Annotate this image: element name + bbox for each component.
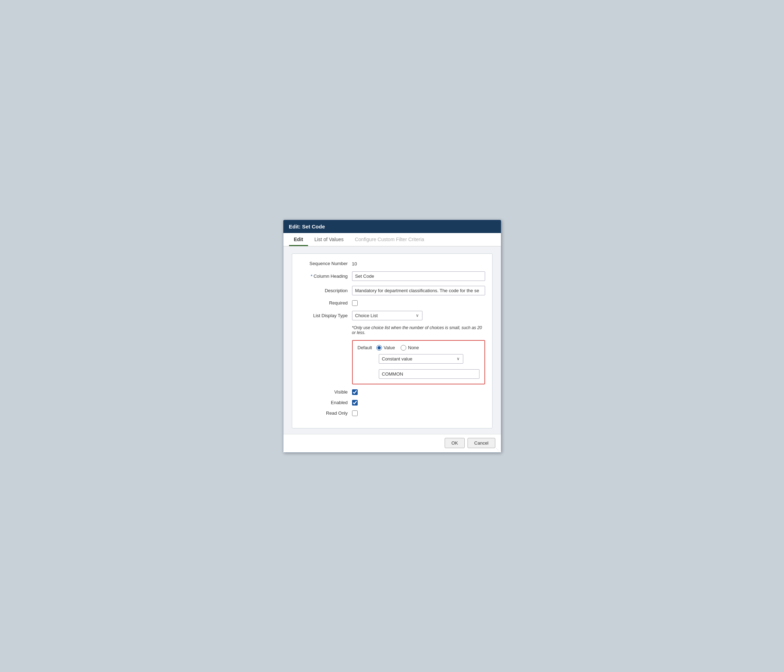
enabled-checkbox-wrap xyxy=(352,400,485,406)
tabs-bar: Edit List of Values Configure Custom Fil… xyxy=(283,233,501,246)
column-heading-input[interactable] xyxy=(352,271,485,281)
default-radio-row: Default Value None xyxy=(358,345,479,351)
column-heading-input-wrap xyxy=(352,271,485,281)
read-only-row: Read Only xyxy=(299,411,485,416)
required-label: Required xyxy=(299,300,352,306)
tab-edit[interactable]: Edit xyxy=(289,233,308,246)
visible-checkbox-wrap xyxy=(352,389,485,395)
sequence-number-label: Sequence Number xyxy=(299,261,352,266)
resize-handle-icon: ⋱ xyxy=(496,448,499,452)
visible-checkbox[interactable] xyxy=(352,389,358,395)
default-value-option[interactable]: Value xyxy=(376,345,395,351)
description-row: Description xyxy=(299,286,485,296)
visible-row: Visible xyxy=(299,389,485,395)
default-value-radio[interactable] xyxy=(376,345,382,351)
enabled-checkbox[interactable] xyxy=(352,400,358,406)
constant-value-select-wrap: Constant value xyxy=(379,354,479,364)
constant-value-input[interactable] xyxy=(379,369,479,379)
default-none-label: None xyxy=(408,345,419,350)
visible-label: Visible xyxy=(299,389,352,395)
required-row: Required xyxy=(299,300,485,306)
common-value-wrap xyxy=(379,366,479,379)
enabled-label: Enabled xyxy=(299,400,352,405)
default-radio-group: Value None xyxy=(376,345,419,351)
default-value-label: Value xyxy=(384,345,395,350)
default-none-option[interactable]: None xyxy=(401,345,419,351)
list-display-type-select-wrap: Choice List xyxy=(352,311,485,320)
required-checkbox-wrap xyxy=(352,300,485,306)
required-star: * xyxy=(311,274,313,279)
constant-value-dropdown[interactable]: Constant value xyxy=(379,354,463,364)
description-input[interactable] xyxy=(352,286,485,296)
sequence-number-row: Sequence Number 10 xyxy=(299,261,485,266)
read-only-label: Read Only xyxy=(299,411,352,416)
ok-button[interactable]: OK xyxy=(445,438,465,448)
default-section: Default Value None xyxy=(352,340,485,384)
cancel-button[interactable]: Cancel xyxy=(468,438,495,448)
tab-configure-custom-filter: Configure Custom Filter Criteria xyxy=(350,233,429,246)
enabled-row: Enabled xyxy=(299,400,485,406)
column-heading-row: *Column Heading xyxy=(299,271,485,281)
default-label: Default xyxy=(358,345,372,350)
required-checkbox[interactable] xyxy=(352,300,358,306)
description-label: Description xyxy=(299,288,352,293)
description-input-wrap xyxy=(352,286,485,296)
read-only-checkbox[interactable] xyxy=(352,411,358,416)
constant-value-select[interactable]: Constant value xyxy=(379,354,463,364)
read-only-checkbox-wrap xyxy=(352,411,485,416)
form-section: Sequence Number 10 *Column Heading Descr… xyxy=(292,254,493,428)
dialog-footer: OK Cancel xyxy=(283,434,501,452)
list-display-type-row: List Display Type Choice List xyxy=(299,311,485,320)
list-display-type-label: List Display Type xyxy=(299,313,352,318)
sequence-number-value: 10 xyxy=(352,261,485,266)
dialog-body: Sequence Number 10 *Column Heading Descr… xyxy=(283,246,501,434)
list-display-type-dropdown[interactable]: Choice List xyxy=(352,311,422,320)
default-none-radio[interactable] xyxy=(401,345,406,351)
choice-list-hint: *Only use choice list when the number of… xyxy=(352,325,485,335)
column-heading-label: *Column Heading xyxy=(299,274,352,279)
dialog-title: Edit: Set Code xyxy=(283,220,501,233)
tab-list-of-values[interactable]: List of Values xyxy=(310,233,348,246)
edit-dialog: Edit: Set Code Edit List of Values Confi… xyxy=(283,220,501,453)
list-display-type-select[interactable]: Choice List xyxy=(352,311,422,320)
